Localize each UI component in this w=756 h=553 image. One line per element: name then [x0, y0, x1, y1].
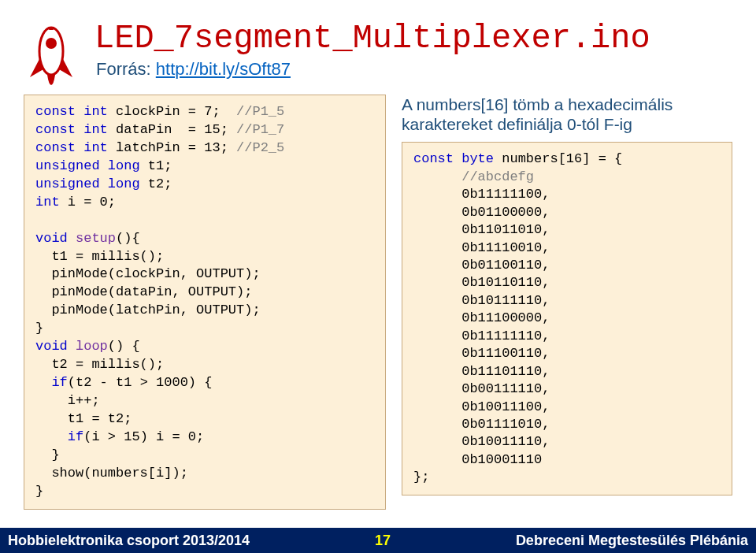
- code-text: [68, 231, 76, 246]
- code-text: 0b10110110,: [413, 275, 550, 290]
- code-text: 0b11110010,: [413, 240, 550, 255]
- code-keyword: if: [68, 429, 83, 444]
- code-text: 0b11111100,: [413, 187, 550, 202]
- code-text: (t2 - t1 > 1000) {: [68, 375, 213, 390]
- code-keyword: void: [35, 231, 68, 246]
- code-text: 0b11100000,: [413, 310, 550, 325]
- code-keyword: const int: [35, 104, 108, 119]
- code-text: 0b01111010,: [413, 417, 550, 432]
- code-text: t1 = t2;: [35, 411, 132, 426]
- code-text: 0b01100110,: [413, 258, 550, 273]
- footer-page-number: 17: [375, 533, 391, 549]
- page-title: LED_7segment_Multiplexer.ino: [94, 20, 732, 58]
- source-label: Forrás:: [96, 59, 156, 79]
- code-text: }: [35, 484, 43, 499]
- code-keyword: int: [35, 195, 60, 210]
- footer-left: Hobbielektronika csoport 2013/2014: [8, 533, 250, 549]
- code-text: pinMode(dataPin, OUTPUT);: [35, 284, 252, 299]
- code-keyword: const int: [35, 140, 108, 155]
- code-text: }: [35, 447, 60, 462]
- code-text: 0b11101110,: [413, 364, 550, 379]
- code-text: t1 = millis();: [35, 249, 164, 264]
- code-text: pinMode(latchPin, OUTPUT);: [35, 302, 261, 317]
- code-text: (i > 15) i = 0;: [83, 429, 204, 444]
- svg-point-0: [39, 28, 63, 75]
- svg-point-1: [46, 38, 57, 49]
- code-func: loop: [76, 339, 108, 354]
- code-text: t2 = millis();: [35, 357, 164, 372]
- code-text: i = 0;: [60, 195, 116, 210]
- code-text: 0b10111110,: [413, 293, 550, 308]
- code-text: 0b10011110,: [413, 434, 550, 449]
- code-text: pinMode(clockPin, OUTPUT);: [35, 266, 261, 281]
- code-text: t2;: [140, 176, 172, 191]
- source-link[interactable]: http://bit.ly/sOft87: [156, 59, 291, 79]
- right-column: A numbers[16] tömb a hexadecimális karak…: [402, 95, 732, 510]
- code-block-left: const int clockPin = 7; //P1_5 const int…: [24, 95, 386, 510]
- code-text: dataPin = 15;: [108, 122, 236, 137]
- footer-right: Debreceni Megtestesülés Plébánia: [516, 533, 748, 549]
- code-text: [35, 429, 68, 444]
- footer: Hobbielektronika csoport 2013/2014 17 De…: [0, 528, 756, 553]
- header: LED_7segment_Multiplexer.ino Forrás: htt…: [24, 16, 732, 87]
- code-text: clockPin = 7;: [108, 104, 236, 119]
- code-keyword: unsigned long: [35, 158, 140, 173]
- code-keyword: const int: [35, 122, 108, 137]
- code-block-right: const byte numbers[16] = { //abcdefg 0b1…: [402, 142, 732, 495]
- code-keyword: void: [35, 339, 68, 354]
- code-text: (){: [116, 231, 140, 246]
- code-text: 0b11111110,: [413, 328, 550, 343]
- title-block: LED_7segment_Multiplexer.ino Forrás: htt…: [94, 16, 732, 80]
- code-keyword: const byte: [413, 151, 494, 166]
- code-text: i++;: [35, 393, 100, 408]
- code-keyword: unsigned long: [35, 176, 140, 191]
- code-text: 0b00111110,: [413, 381, 550, 396]
- code-text: t1;: [140, 158, 172, 173]
- left-column: const int clockPin = 7; //P1_5 const int…: [24, 95, 386, 510]
- rocket-icon: [24, 16, 79, 87]
- code-text: 0b10011100,: [413, 399, 550, 414]
- code-text: latchPin = 13;: [108, 140, 236, 155]
- code-text: show(numbers[i]);: [35, 466, 188, 481]
- code-text: 0b10001110: [413, 452, 542, 467]
- code-text: [35, 375, 51, 390]
- code-text: };: [413, 469, 429, 484]
- code-text: 0b11011010,: [413, 222, 550, 237]
- code-func: setup: [76, 231, 116, 246]
- right-note: A numbers[16] tömb a hexadecimális karak…: [402, 95, 732, 134]
- code-comment: //P2_5: [236, 140, 284, 155]
- code-text: numbers[16] = {: [494, 151, 622, 166]
- code-text: }: [35, 321, 43, 336]
- source-line: Forrás: http://bit.ly/sOft87: [96, 59, 732, 80]
- code-text: () {: [108, 339, 140, 354]
- code-comment: //abcdefg: [413, 169, 534, 184]
- code-text: 0b11100110,: [413, 346, 550, 361]
- code-comment: //P1_5: [236, 104, 284, 119]
- slide: LED_7segment_Multiplexer.ino Forrás: htt…: [0, 0, 756, 553]
- content: const int clockPin = 7; //P1_5 const int…: [24, 95, 732, 510]
- code-text: 0b01100000,: [413, 205, 550, 220]
- code-keyword: if: [51, 375, 67, 390]
- code-comment: //P1_7: [236, 122, 284, 137]
- code-text: [68, 339, 76, 354]
